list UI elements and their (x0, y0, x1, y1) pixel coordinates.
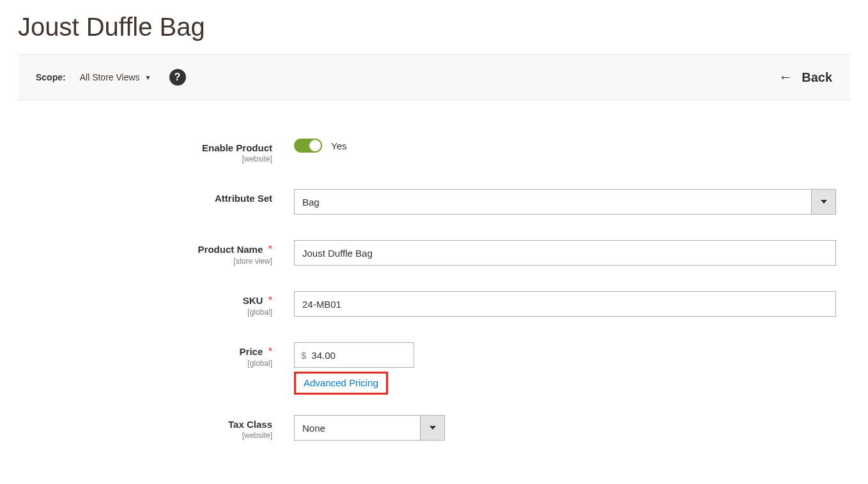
scope-switcher[interactable]: All Store Views ▼ (80, 72, 151, 82)
currency-symbol: $ (295, 350, 311, 361)
scope-label: Scope: (36, 72, 66, 82)
attribute-set-dropdown-button[interactable] (811, 190, 835, 214)
scope-price: [global] (18, 359, 272, 368)
label-attribute-set: Attribute Set (18, 193, 272, 204)
sku-input[interactable] (294, 291, 836, 317)
row-tax-class: Tax Class [website] None (18, 415, 850, 441)
chevron-down-icon (430, 426, 436, 430)
back-label: Back (802, 70, 832, 85)
toggle-knob-icon (309, 140, 321, 151)
product-name-input[interactable] (294, 240, 836, 266)
attribute-set-select[interactable]: Bag (294, 189, 836, 215)
tax-class-value: None (295, 416, 420, 440)
row-sku: SKU * [global] (18, 291, 850, 317)
row-product-name: Product Name * [store view] (18, 240, 850, 266)
required-asterisk-icon: * (268, 295, 272, 306)
row-attribute-set: Attribute Set Bag (18, 189, 850, 215)
tax-class-dropdown-button[interactable] (420, 416, 444, 440)
required-asterisk-icon: * (268, 244, 272, 255)
arrow-left-icon: ← (779, 69, 793, 86)
scope-enable-product: [website] (18, 155, 272, 163)
tax-class-select[interactable]: None (294, 415, 445, 441)
scope-switcher-value: All Store Views (80, 72, 140, 82)
enable-product-value: Yes (331, 140, 346, 151)
advanced-pricing-highlight: Advanced Pricing (294, 372, 388, 395)
row-price: Price * [global] $ Advanced Pricing (18, 342, 850, 395)
chevron-down-icon: ▼ (145, 74, 151, 81)
page-actions-bar: Scope: All Store Views ▼ ? ← Back (18, 54, 850, 100)
required-asterisk-icon: * (268, 346, 272, 357)
scope-tax-class: [website] (18, 431, 272, 440)
back-button[interactable]: ← Back (779, 69, 832, 86)
label-sku: SKU (243, 295, 263, 306)
price-input[interactable] (311, 343, 414, 367)
label-enable-product: Enable Product (18, 142, 272, 153)
label-price: Price (240, 346, 263, 357)
label-product-name: Product Name (198, 244, 263, 255)
row-enable-product: Enable Product [website] Yes (18, 139, 850, 163)
help-icon[interactable]: ? (169, 69, 186, 86)
label-tax-class: Tax Class (18, 419, 272, 430)
enable-product-toggle[interactable] (294, 139, 322, 153)
chevron-down-icon (821, 200, 827, 204)
scope-sku: [global] (18, 308, 272, 317)
attribute-set-value: Bag (295, 190, 811, 214)
price-input-wrap: $ (294, 342, 414, 368)
advanced-pricing-link[interactable]: Advanced Pricing (304, 377, 378, 388)
product-form: Enable Product [website] Yes Attribute S… (0, 100, 868, 479)
scope-product-name: [store view] (18, 257, 272, 266)
page-title: Joust Duffle Bag (18, 13, 868, 42)
